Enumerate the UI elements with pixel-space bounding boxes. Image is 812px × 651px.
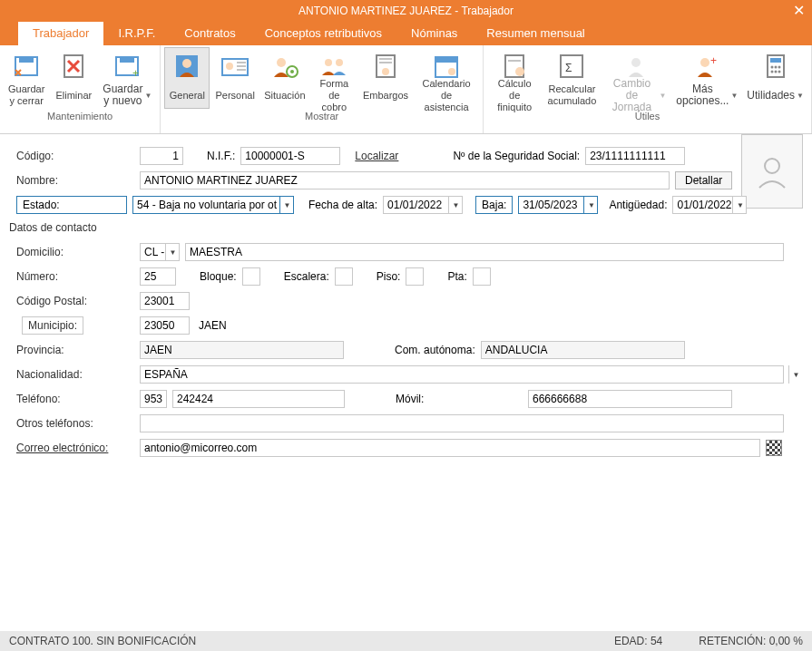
- bloque-input[interactable]: [242, 267, 260, 286]
- form-panel: Código: N.I.F.: Localizar Nº de la Segur…: [0, 134, 812, 457]
- tab-irpf[interactable]: I.R.P.F.: [103, 22, 170, 45]
- save-close-button[interactable]: Guardary cerrar: [4, 47, 49, 109]
- svg-rect-4: [120, 57, 134, 63]
- nif-input[interactable]: [240, 147, 340, 165]
- general-button[interactable]: General: [164, 47, 210, 109]
- chevron-down-icon[interactable]: ▼: [165, 243, 180, 261]
- calendar-icon: [432, 52, 461, 81]
- domicilio-tipo-select[interactable]: ▼: [140, 243, 180, 261]
- svg-point-35: [770, 66, 773, 69]
- save-icon: [12, 52, 41, 81]
- forma-cobro-button[interactable]: Formade cobro: [311, 47, 357, 109]
- pta-input[interactable]: [473, 267, 491, 286]
- chevron-down-icon[interactable]: ▼: [279, 196, 294, 214]
- chevron-down-icon: ▼: [730, 90, 738, 102]
- com-autonoma-label: Com. autónoma:: [395, 344, 475, 356]
- photo-placeholder[interactable]: [741, 134, 803, 209]
- chevron-down-icon: ▼: [797, 90, 804, 102]
- avatar-icon: [756, 153, 788, 189]
- svg-point-40: [778, 71, 780, 73]
- provincia-label: Provincia:: [16, 344, 134, 356]
- fecha-alta-label: Fecha de alta:: [308, 199, 377, 211]
- svg-point-9: [226, 63, 233, 70]
- personal-button[interactable]: Personal: [211, 47, 259, 109]
- escalera-label: Escalera:: [284, 270, 329, 283]
- tab-conceptos[interactable]: Conceptos retributivos: [250, 22, 396, 45]
- person-icon: [172, 52, 201, 81]
- tab-contratos[interactable]: Contratos: [170, 22, 249, 45]
- finiquito-button[interactable]: Cálculo definiquito: [487, 47, 542, 109]
- save-new-button[interactable]: + Guardary nuevo▼: [98, 47, 156, 109]
- nacionalidad-select[interactable]: ▼: [140, 365, 803, 384]
- telefono-pref-input[interactable]: [140, 390, 167, 408]
- fecha-alta-input[interactable]: ▼: [383, 196, 463, 214]
- calendario-button[interactable]: Calendariode asistencia: [414, 47, 479, 109]
- person-card-icon: [220, 52, 249, 81]
- codigo-label: Código:: [16, 150, 134, 162]
- com-autonoma-input: [481, 341, 685, 359]
- mas-opciones-button[interactable]: + Másopciones...▼: [672, 47, 741, 109]
- seg-social-label: Nº de la Seguridad Social:: [453, 150, 580, 162]
- telefono-label: Teléfono:: [16, 393, 134, 405]
- chevron-down-icon[interactable]: ▼: [448, 196, 463, 214]
- svg-point-37: [778, 66, 780, 69]
- antiguedad-label: Antigüedad:: [609, 199, 667, 211]
- nombre-label: Nombre:: [16, 174, 134, 187]
- tab-resumen[interactable]: Resumen mensual: [472, 22, 599, 45]
- numero-input[interactable]: [140, 267, 176, 286]
- person-plus-icon: +: [692, 52, 721, 81]
- delete-icon: [59, 52, 88, 81]
- svg-point-17: [336, 59, 343, 66]
- numero-label: Número:: [16, 270, 134, 283]
- provincia-input: [140, 341, 344, 359]
- chevron-down-icon[interactable]: ▼: [788, 365, 803, 384]
- title-bar: ANTONIO MARTINEZ JUAREZ - Trabajador ✕: [0, 0, 812, 22]
- tab-nominas[interactable]: Nóminas: [396, 22, 472, 45]
- svg-point-16: [325, 59, 332, 66]
- status-edad: EDAD: 54: [614, 635, 662, 647]
- qr-icon[interactable]: [766, 440, 782, 456]
- codigo-input[interactable]: [140, 147, 183, 165]
- close-icon[interactable]: ✕: [793, 2, 805, 19]
- delete-button[interactable]: Eliminar: [51, 47, 96, 109]
- save-new-icon: +: [113, 52, 142, 81]
- movil-input[interactable]: [528, 390, 732, 408]
- svg-point-38: [770, 71, 773, 73]
- estado-select[interactable]: ▼: [132, 196, 294, 214]
- escalera-input[interactable]: [335, 267, 353, 286]
- utilidades-button[interactable]: Utilidades▼: [743, 47, 807, 109]
- chevron-down-icon: ▼: [659, 90, 666, 102]
- svg-text:Σ: Σ: [565, 62, 572, 74]
- piso-input[interactable]: [406, 267, 424, 286]
- chevron-down-icon[interactable]: ▼: [583, 196, 598, 214]
- svg-point-15: [290, 70, 294, 73]
- municipio-cod-input[interactable]: [140, 316, 190, 335]
- chevron-down-icon: ▼: [144, 90, 152, 102]
- correo-label[interactable]: Correo electrónico:: [16, 442, 134, 454]
- chevron-down-icon[interactable]: ▼: [732, 196, 747, 214]
- svg-text:+: +: [132, 67, 139, 80]
- correo-input[interactable]: [140, 439, 760, 457]
- svg-point-39: [774, 71, 777, 73]
- nombre-input[interactable]: [140, 171, 670, 189]
- telefono-input[interactable]: [172, 390, 345, 408]
- baja-input[interactable]: ▼: [518, 196, 598, 214]
- ribbon: Guardary cerrar Eliminar + Guardary nuev…: [0, 45, 812, 134]
- tab-trabajador[interactable]: Trabajador: [18, 22, 103, 45]
- calculator-icon: [761, 52, 790, 81]
- municipio-name: [195, 316, 399, 335]
- ribbon-group-utiles: Cálculo definiquito Σ Recalcularacumulad…: [484, 45, 812, 133]
- detallar-button[interactable]: Detallar: [675, 171, 732, 189]
- domicilio-label: Domicilio:: [16, 246, 134, 258]
- ribbon-group-mantenimiento: Guardary cerrar Eliminar + Guardary nuev…: [0, 45, 161, 133]
- seg-social-input[interactable]: [585, 147, 685, 165]
- embargos-button[interactable]: Embargos: [359, 47, 412, 109]
- cambio-jornada-button: Cambio deJornada▼: [602, 47, 671, 109]
- domicilio-input[interactable]: [185, 243, 784, 261]
- localizar-link[interactable]: Localizar: [355, 150, 398, 162]
- cp-input[interactable]: [140, 292, 190, 310]
- antiguedad-input[interactable]: ▼: [672, 196, 747, 214]
- otros-tel-input[interactable]: [140, 414, 784, 432]
- recalcular-button[interactable]: Σ Recalcularacumulado: [543, 47, 600, 109]
- situacion-button[interactable]: Situación: [260, 47, 309, 109]
